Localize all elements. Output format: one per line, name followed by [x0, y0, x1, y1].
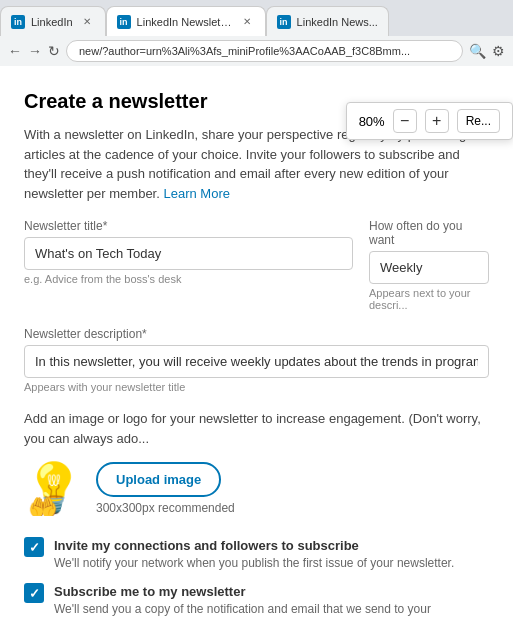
frequency-label: How often do you want [369, 219, 489, 247]
zoom-popup: 80% − + Re... [346, 102, 513, 140]
invite-label: Invite my connections and followers to s… [54, 538, 359, 553]
description-label: Newsletter description* [24, 327, 489, 341]
frequency-input[interactable] [369, 251, 489, 284]
description-input[interactable] [24, 345, 489, 378]
settings-icon[interactable]: ⚙ [492, 43, 505, 59]
title-label: Newsletter title* [24, 219, 353, 233]
checkboxes: Invite my connections and followers to s… [24, 536, 489, 617]
modal-container: Create a newsletter With a newsletter on… [0, 66, 513, 617]
invite-checkbox-text: Invite my connections and followers to s… [54, 536, 454, 570]
subscribe-checkbox-item: Subscribe me to my newsletter We'll send… [24, 582, 489, 617]
learn-more-link[interactable]: Learn More [163, 186, 229, 201]
tab-favicon-1: in [11, 15, 25, 29]
zoom-minus-button[interactable]: − [393, 109, 417, 133]
newsletter-icon: 💡 🤲 [24, 460, 80, 516]
address-bar-row: ← → ↻ new/?author=urn%3Ali%3Afs_miniProf… [0, 36, 513, 66]
upload-button-area: Upload image 300x300px recommended [96, 462, 235, 515]
subscribe-checkbox-text: Subscribe me to my newsletter We'll send… [54, 582, 489, 617]
frequency-group: How often do you want Appears next to yo… [369, 219, 489, 311]
zoom-level: 80% [359, 114, 385, 129]
tab-label-2: LinkedIn Newsletters - [137, 16, 233, 28]
description-hint: Appears with your newsletter title [24, 381, 489, 393]
image-section-text: Add an image or logo for your newsletter… [24, 409, 489, 448]
title-hint: e.g. Advice from the boss's desk [24, 273, 353, 285]
subscribe-label: Subscribe me to my newsletter [54, 584, 245, 599]
invite-hint: We'll notify your network when you publi… [54, 556, 454, 570]
title-frequency-row: Newsletter title* e.g. Advice from the b… [24, 219, 489, 311]
tab-label-3: LinkedIn News... [297, 16, 378, 28]
tab-close-2[interactable]: ✕ [239, 14, 255, 30]
back-icon[interactable]: ← [8, 43, 22, 59]
zoom-plus-button[interactable]: + [425, 109, 449, 133]
zoom-reset-button[interactable]: Re... [457, 109, 500, 133]
browser-chrome: in LinkedIn ✕ in LinkedIn Newsletters - … [0, 0, 513, 66]
tab-favicon-3: in [277, 15, 291, 29]
forward-icon[interactable]: → [28, 43, 42, 59]
subscribe-checkbox[interactable] [24, 583, 44, 603]
tab-linkedin-newsletters[interactable]: in LinkedIn Newsletters - ✕ [106, 6, 266, 36]
upload-area: 💡 🤲 Upload image 300x300px recommended [24, 460, 489, 516]
tab-favicon-2: in [117, 15, 131, 29]
upload-image-button[interactable]: Upload image [96, 462, 221, 497]
title-input[interactable] [24, 237, 353, 270]
tab-close-1[interactable]: ✕ [79, 14, 95, 30]
search-icon[interactable]: 🔍 [469, 43, 486, 59]
title-group: Newsletter title* e.g. Advice from the b… [24, 219, 353, 311]
svg-text:🤲: 🤲 [28, 493, 58, 516]
tab-label-1: LinkedIn [31, 16, 73, 28]
tab-linkedin-news[interactable]: in LinkedIn News... [266, 6, 389, 36]
invite-checkbox-item: Invite my connections and followers to s… [24, 536, 489, 570]
description-section: Newsletter description* Appears with you… [24, 327, 489, 393]
address-bar[interactable]: new/?author=urn%3Ali%3Afs_miniProfile%3A… [66, 40, 463, 62]
tab-bar: in LinkedIn ✕ in LinkedIn Newsletters - … [0, 0, 513, 36]
subscribe-hint: We'll send you a copy of the notificatio… [54, 602, 489, 617]
tab-linkedin[interactable]: in LinkedIn ✕ [0, 6, 106, 36]
reload-icon[interactable]: ↻ [48, 43, 60, 59]
upload-hint: 300x300px recommended [96, 501, 235, 515]
invite-checkbox[interactable] [24, 537, 44, 557]
frequency-hint: Appears next to your descri... [369, 287, 489, 311]
image-section: Add an image or logo for your newsletter… [24, 409, 489, 516]
